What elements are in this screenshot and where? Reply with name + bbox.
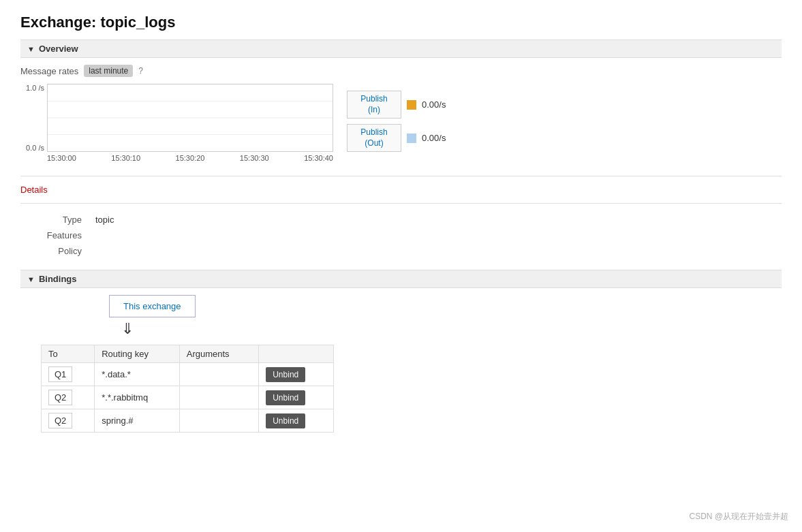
details-row-policy: Policy (20, 243, 782, 259)
legend-value-publish-out: 0.00/s (422, 133, 446, 143)
details-table: Type topic Features Policy (20, 212, 782, 259)
chart-svg (48, 84, 333, 151)
unbind-button-1[interactable]: Unbind (266, 390, 305, 405)
y-label-bottom: 0.0 /s (20, 144, 44, 152)
details-row-type: Type topic (20, 212, 782, 228)
chart-with-axes: 1.0 /s 0.0 /s 15:30:00 15:30:10 15:30:20… (20, 84, 333, 162)
chart-y-labels: 1.0 /s 0.0 /s (20, 84, 44, 152)
message-rates-label: Message rates (20, 66, 78, 76)
details-section-label: Details (20, 185, 782, 195)
binding-arrow-down: ⇓ (121, 320, 782, 338)
unbind-button-0[interactable]: Unbind (266, 367, 305, 382)
binding-routing-0: *.data.* (95, 363, 180, 386)
overview-divider (20, 176, 782, 176)
details-key-features: Features (20, 228, 89, 243)
details-value-policy (89, 243, 782, 259)
binding-routing-2: spring.# (95, 409, 180, 433)
chart-legend: Publish(In) 0.00/s Publish(Out) 0.00/s (347, 91, 446, 152)
legend-color-publish-out (407, 134, 416, 143)
binding-action-1: Unbind (259, 386, 334, 409)
binding-row-1: Q2 *.*.rabbitmq Unbind (42, 386, 334, 409)
col-routing-key: Routing key (95, 345, 180, 363)
binding-args-2 (179, 409, 258, 433)
bindings-section-header[interactable]: ▼ Bindings (20, 270, 782, 288)
this-exchange-label: This exchange (123, 301, 181, 311)
binding-row-0: Q1 *.data.* Unbind (42, 363, 334, 386)
chart-row: 1.0 /s 0.0 /s (20, 84, 333, 152)
bindings-collapse-arrow: ▼ (27, 275, 35, 283)
legend-value-publish-in: 0.00/s (422, 99, 446, 110)
chart-area: 1.0 /s 0.0 /s 15:30:00 15:30:10 15:30:20… (20, 84, 782, 162)
binding-args-1 (179, 386, 258, 409)
binding-row-2: Q2 spring.# Unbind (42, 409, 334, 433)
details-key-type: Type (20, 212, 89, 228)
binding-to-0: Q1 (42, 363, 95, 386)
bindings-section-label: Bindings (39, 274, 77, 284)
this-exchange-box: This exchange (109, 295, 196, 317)
overview-section-header[interactable]: ▼ Overview (20, 40, 782, 58)
bindings-table-header-row: To Routing key Arguments (42, 345, 334, 363)
x-label-2: 15:30:20 (176, 154, 205, 162)
col-action (259, 345, 334, 363)
legend-btn-publish-out[interactable]: Publish(Out) (347, 124, 401, 152)
details-row-features: Features (20, 228, 782, 243)
overview-collapse-arrow: ▼ (27, 45, 35, 53)
chart-x-labels: 15:30:00 15:30:10 15:30:20 15:30:30 15:3… (47, 154, 333, 162)
legend-item-publish-out: Publish(Out) 0.00/s (347, 124, 446, 152)
x-label-1: 15:30:10 (111, 154, 140, 162)
x-label-0: 15:30:00 (47, 154, 76, 162)
binding-action-0: Unbind (259, 363, 334, 386)
col-arguments: Arguments (179, 345, 258, 363)
page-title: Exchange: topic_logs (20, 14, 782, 31)
message-rates-row: Message rates last minute ? (20, 65, 782, 77)
col-to: To (42, 345, 95, 363)
y-label-top: 1.0 /s (20, 84, 44, 92)
details-value-type: topic (89, 212, 782, 228)
details-value-features (89, 228, 782, 243)
binding-action-2: Unbind (259, 409, 334, 433)
binding-to-1: Q2 (42, 386, 95, 409)
legend-item-publish-in: Publish(In) 0.00/s (347, 91, 446, 119)
binding-routing-1: *.*.rabbitmq (95, 386, 180, 409)
unbind-button-2[interactable]: Unbind (266, 413, 305, 428)
legend-color-publish-in (407, 100, 416, 110)
x-label-4: 15:30:40 (304, 154, 333, 162)
chart-box (47, 84, 333, 152)
help-icon[interactable]: ? (138, 66, 143, 76)
details-section: Details Type topic Features Policy (20, 185, 782, 259)
overview-section-label: Overview (39, 44, 78, 54)
binding-to-2: Q2 (42, 409, 95, 433)
bindings-section: This exchange ⇓ To Routing key Arguments… (20, 295, 782, 433)
time-range-badge[interactable]: last minute (84, 65, 133, 77)
bindings-table: To Routing key Arguments Q1 *.data.* Unb… (41, 345, 334, 433)
binding-args-0 (179, 363, 258, 386)
details-divider (20, 203, 782, 204)
details-key-policy: Policy (20, 243, 89, 259)
x-label-3: 15:30:30 (240, 154, 269, 162)
legend-btn-publish-in[interactable]: Publish(In) (347, 91, 401, 119)
